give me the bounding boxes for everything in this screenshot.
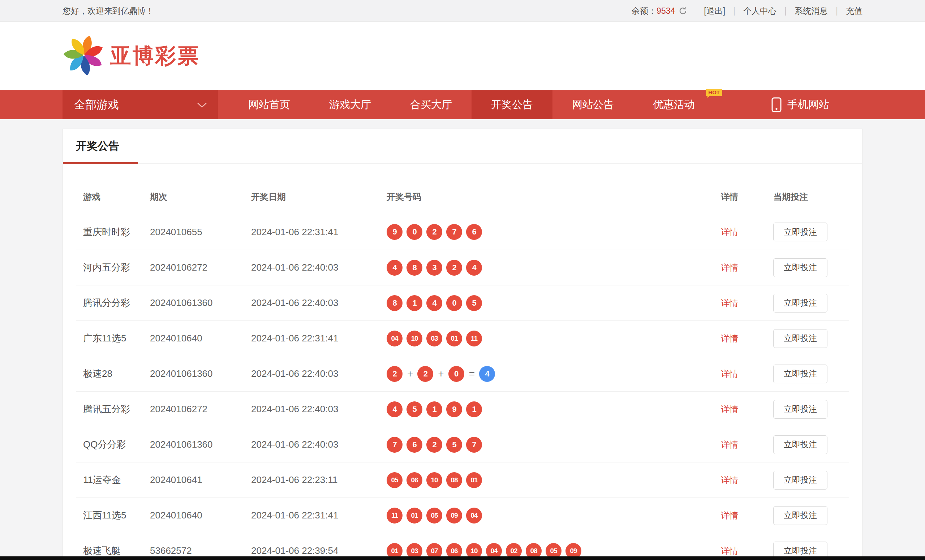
draw-numbers: 81405 [387,295,721,311]
lottery-ball: 01 [407,507,422,524]
topbar-link-2[interactable]: 系统消息 [795,6,828,15]
bet-button[interactable]: 立即投注 [773,400,827,419]
lottery-ball: 04 [466,507,482,524]
nav-item-4[interactable]: 网站公告 [553,90,633,119]
detail-link[interactable]: 详情 [721,333,738,343]
lottery-ball: 9 [446,401,462,417]
logo-text: 亚博彩票 [110,42,200,70]
table-row: 腾讯分分彩2024010613602024-01-06 22:40:038140… [76,285,849,321]
nav-item-label: 游戏大厅 [329,98,371,112]
issue-number: 2024010641 [150,474,251,486]
plus-sign: + [407,368,413,380]
nav-item-label: 优惠活动 [653,98,695,112]
lottery-ball: 2 [387,366,402,382]
topbar-link-0[interactable]: [退出] [704,6,725,15]
bet-button[interactable]: 立即投注 [773,435,827,454]
bet-cell: 立即投注 [773,364,849,383]
detail-cell: 详情 [721,368,773,380]
lottery-ball: 5 [446,437,462,453]
bet-cell: 立即投注 [773,223,849,241]
nav-item-1[interactable]: 游戏大厅 [310,90,390,119]
table-row: 腾讯五分彩202401062722024-01-06 22:40:0345191… [76,391,849,427]
topbar-link-3[interactable]: 充值 [846,6,862,15]
detail-link[interactable]: 详情 [721,298,738,308]
lottery-ball: 2 [417,366,433,382]
draw-date: 2024-01-06 22:23:11 [251,474,387,486]
detail-cell: 详情 [721,403,773,415]
nav-item-label: 手机网站 [787,98,829,112]
nav-item-5[interactable]: 优惠活动HOT [633,90,714,119]
detail-cell: 详情 [721,226,773,238]
lottery-ball: 1 [466,401,482,417]
bet-cell: 立即投注 [773,294,849,313]
lottery-ball: 4 [426,295,442,311]
table-body: 重庆时时彩20240106552024-01-06 22:31:4190276详… [76,214,849,560]
detail-link[interactable]: 详情 [721,546,738,555]
detail-cell: 详情 [721,297,773,309]
lottery-ball: 1 [426,401,442,417]
draw-numbers: 1101050904 [387,507,721,524]
table-row: 极速飞艇536625722024-01-06 22:39:54010307061… [76,533,849,560]
lottery-ball: 4 [387,401,402,417]
lottery-ball: 0 [448,366,464,382]
detail-link[interactable]: 详情 [721,227,738,236]
nav-item-label: 网站首页 [248,98,290,112]
draw-date: 2024-01-06 22:40:03 [251,297,387,309]
detail-link[interactable]: 详情 [721,404,738,414]
chevron-down-icon [197,98,207,111]
bet-button[interactable]: 立即投注 [773,258,827,277]
table-row: 江西11选520240106402024-01-06 22:31:4111010… [76,497,849,533]
nav-item-0[interactable]: 网站首页 [229,90,310,119]
lottery-ball: 08 [446,472,462,488]
detail-link[interactable]: 详情 [721,440,738,449]
nav-item-2[interactable]: 合买大厅 [390,90,472,119]
detail-link[interactable]: 详情 [721,510,738,520]
bet-button[interactable]: 立即投注 [773,471,827,489]
welcome-message: 您好，欢迎来到亿鼎博！ [63,5,154,17]
draw-date: 2024-01-06 22:40:03 [251,403,387,415]
lottery-ball: 7 [466,437,482,453]
draw-numbers: 76257 [387,437,721,453]
game-name: 11运夺金 [83,474,150,486]
header-date: 开奖日期 [251,191,387,203]
game-name: QQ分分彩 [83,438,150,451]
game-name: 极速飞艇 [83,545,150,557]
refresh-balance-icon[interactable] [679,6,687,15]
draw-numbers: 45191 [387,401,721,417]
detail-link[interactable]: 详情 [721,369,738,379]
lottery-ball: 0 [407,224,422,240]
nav-item-6[interactable]: 手机网站 [771,90,862,119]
header-numbers: 开奖号码 [387,191,721,203]
draw-date: 2024-01-06 22:40:03 [251,368,387,379]
bet-button[interactable]: 立即投注 [773,329,827,348]
lottery-ball: 5 [466,295,482,311]
all-games-dropdown[interactable]: 全部游戏 [63,90,218,119]
detail-cell: 详情 [721,439,773,450]
detail-link[interactable]: 详情 [721,263,738,272]
site-logo[interactable]: 亚博彩票 [63,34,200,78]
detail-cell: 详情 [721,510,773,521]
balance-label: 余额： [631,5,657,17]
topbar-link-1[interactable]: 个人中心 [743,6,776,15]
lottery-ball: 4 [466,260,482,275]
bet-button[interactable]: 立即投注 [773,506,827,525]
header-detail: 详情 [721,191,773,203]
card-header: 开奖公告 [63,129,862,164]
bet-button[interactable]: 立即投注 [773,364,827,383]
detail-link[interactable]: 详情 [721,475,738,485]
bet-button[interactable]: 立即投注 [773,223,827,241]
table-row: 极速282024010613602024-01-06 22:40:032+2+0… [76,356,849,391]
table-row: 河内五分彩202401062722024-01-06 22:40:0348324… [76,250,849,285]
lottery-ball: 0 [446,295,462,311]
nav-item-3[interactable]: 开奖公告 [472,90,553,119]
topbar-right: 余额： 9534 [退出]|个人中心|系统消息|充值 [631,5,862,17]
table-row: 11运夺金20240106412024-01-06 22:23:11050610… [76,462,849,497]
bet-cell: 立即投注 [773,435,849,454]
lottery-ball: 7 [387,437,402,453]
result-ball: 4 [479,366,495,382]
table-row: 重庆时时彩20240106552024-01-06 22:31:4190276详… [76,214,849,250]
bottom-edge-bar [0,556,925,560]
bet-button[interactable]: 立即投注 [773,294,827,313]
topbar: 您好，欢迎来到亿鼎博！ 余额： 9534 [退出]|个人中心|系统消息|充值 [0,0,925,22]
draw-numbers: 0506100801 [387,472,721,488]
